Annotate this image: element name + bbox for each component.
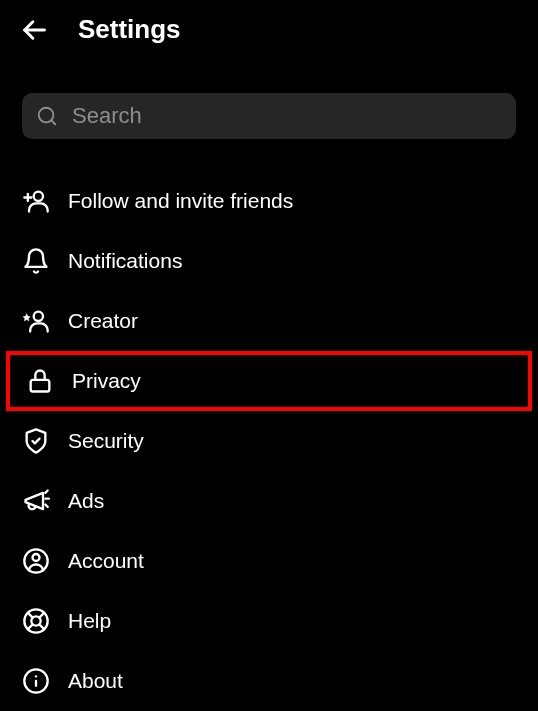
menu-item-label: About — [68, 669, 123, 693]
menu-item-privacy[interactable]: Privacy — [6, 351, 532, 411]
menu-item-follow-invite[interactable]: Follow and invite friends — [0, 171, 538, 231]
header: Settings — [0, 0, 538, 59]
svg-point-3 — [34, 192, 43, 201]
search-icon — [36, 105, 58, 127]
svg-rect-7 — [31, 380, 50, 392]
svg-point-6 — [34, 312, 43, 321]
svg-line-17 — [39, 613, 44, 618]
svg-line-10 — [45, 505, 47, 507]
svg-line-15 — [28, 613, 33, 618]
page-title: Settings — [78, 14, 181, 45]
account-icon — [22, 547, 50, 575]
lock-icon — [26, 367, 54, 395]
menu-item-label: Follow and invite friends — [68, 189, 293, 213]
search-input[interactable] — [72, 103, 502, 129]
svg-line-16 — [39, 624, 44, 629]
menu-item-creator[interactable]: Creator — [0, 291, 538, 351]
megaphone-icon — [22, 487, 50, 515]
menu-item-label: Help — [68, 609, 111, 633]
star-person-icon — [22, 307, 50, 335]
lifebuoy-icon — [22, 607, 50, 635]
menu-item-label: Creator — [68, 309, 138, 333]
menu-item-ads[interactable]: Ads — [0, 471, 538, 531]
svg-line-18 — [28, 624, 33, 629]
back-button[interactable] — [20, 16, 48, 44]
svg-line-8 — [45, 491, 47, 493]
menu-item-security[interactable]: Security — [0, 411, 538, 471]
menu-item-about[interactable]: About — [0, 651, 538, 711]
menu-item-label: Privacy — [72, 369, 141, 393]
menu-item-label: Notifications — [68, 249, 182, 273]
arrow-left-icon — [20, 16, 48, 44]
menu-item-label: Account — [68, 549, 144, 573]
svg-point-12 — [33, 554, 40, 561]
menu-item-label: Security — [68, 429, 144, 453]
menu-item-help[interactable]: Help — [0, 591, 538, 651]
menu-item-notifications[interactable]: Notifications — [0, 231, 538, 291]
search-box[interactable] — [22, 93, 516, 139]
add-person-icon — [22, 187, 50, 215]
search-container — [22, 93, 516, 139]
menu-item-account[interactable]: Account — [0, 531, 538, 591]
settings-menu: Follow and invite friends Notifications … — [0, 159, 538, 711]
shield-icon — [22, 427, 50, 455]
bell-icon — [22, 247, 50, 275]
svg-line-2 — [51, 120, 55, 124]
menu-item-label: Ads — [68, 489, 104, 513]
info-icon — [22, 667, 50, 695]
